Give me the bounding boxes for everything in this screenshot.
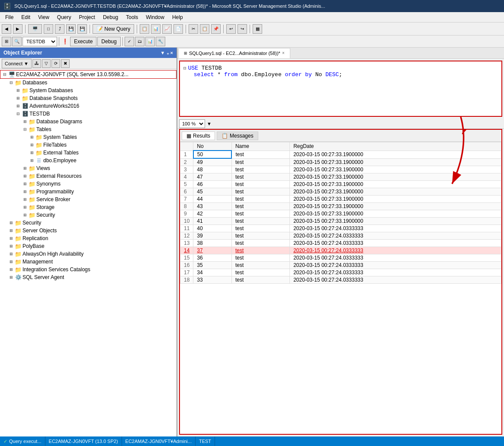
copy-button[interactable]: 📋	[200, 24, 209, 34]
oe-disconnect-btn[interactable]: ✖	[61, 59, 70, 68]
tree-item-synonyms[interactable]: ⊞📁Synonyms	[0, 180, 177, 188]
tab-close-icon[interactable]: ×	[282, 51, 285, 55]
tree-item-external-resources[interactable]: ⊞📁External Resources	[0, 172, 177, 180]
tree-item-storage[interactable]: ⊞📁Storage	[0, 203, 177, 211]
tree-item-service-broker[interactable]: ⊞📁Service Broker	[0, 196, 177, 203]
toolbar-extra1[interactable]: ▦	[253, 24, 262, 34]
messages-tab[interactable]: 📋 Messages	[217, 132, 258, 140]
menu-debug[interactable]: Debug	[100, 13, 122, 21]
expand-btn-synonyms[interactable]: ⊞	[22, 180, 29, 187]
tree-item-adventureworks[interactable]: ⊞🗄️AdventureWorks2016	[0, 102, 177, 110]
toolbar-btn7[interactable]: 📄	[173, 24, 183, 34]
expand-btn-views[interactable]: ⊞	[22, 165, 29, 172]
toolbar-btn3[interactable]: ⤴	[55, 24, 64, 34]
expand-btn-external-resources[interactable]: ⊞	[22, 173, 29, 180]
tree-item-security-db[interactable]: ⊞📁Security	[0, 211, 177, 219]
toolbar-btn1[interactable]: 🖥️	[28, 24, 42, 34]
back-button[interactable]: ◀	[2, 24, 11, 34]
tree-item-external-tables[interactable]: ⊞📁External Tables	[0, 149, 177, 157]
tree-item-server[interactable]: ⊟🖥️EC2AMAZ-JGN0VFT (SQL Server 13.0.5598…	[0, 70, 177, 79]
toolbar2-extra4[interactable]: 🔧	[156, 37, 165, 46]
expand-btn-databases[interactable]: ⊟	[8, 79, 15, 86]
tree-item-system-tables[interactable]: ⊞📁System Tables	[0, 133, 177, 141]
toolbar2-btn2[interactable]: 🔍	[12, 37, 22, 46]
expand-btn-polybase[interactable]: ⊞	[8, 243, 15, 250]
expand-btn-tables[interactable]: ⊟	[22, 126, 29, 133]
expand-btn-integration-services[interactable]: ⊞	[8, 266, 15, 273]
save-all-button[interactable]: 💾	[66, 24, 76, 34]
expand-btn-testdb[interactable]: ⊟	[15, 110, 22, 117]
oe-refresh-btn[interactable]: 🖧	[32, 59, 41, 68]
tree-item-testdb[interactable]: ⊟🗄️TESTDB	[0, 110, 177, 118]
toolbar2-btn1[interactable]: ⊞	[2, 37, 11, 46]
expand-btn-external-tables[interactable]: ⊞	[29, 149, 35, 156]
tree-item-databases[interactable]: ⊟📁Databases	[0, 79, 177, 87]
menu-view[interactable]: View	[35, 13, 53, 21]
new-query-button[interactable]: 📝 New Query	[93, 24, 134, 34]
redo-button[interactable]: ↪	[238, 24, 247, 34]
expand-btn-db-diagrams[interactable]: ⊞	[22, 118, 29, 125]
toolbar2-extra2[interactable]: 🗂	[135, 37, 144, 46]
tree-item-server-objects[interactable]: ⊞📁Server Objects	[0, 227, 177, 234]
menu-edit[interactable]: Edit	[18, 13, 34, 21]
expand-btn-service-broker[interactable]: ⊞	[22, 196, 29, 203]
expand-btn-security[interactable]: ⊞	[8, 219, 15, 226]
expand-btn-management[interactable]: ⊞	[8, 258, 15, 265]
expand-btn-replication[interactable]: ⊞	[8, 235, 15, 242]
tree-item-tables[interactable]: ⊟📁Tables	[0, 125, 177, 133]
cut-button[interactable]: ✂	[189, 24, 198, 34]
forward-button[interactable]: ▶	[13, 24, 22, 34]
expand-btn-alwayson[interactable]: ⊞	[8, 250, 15, 257]
menu-project[interactable]: Project	[76, 13, 99, 21]
expand-btn-sql-server-agent[interactable]: ⊞	[8, 274, 15, 281]
database-selector[interactable]: TESTDB	[22, 37, 57, 46]
tree-item-db-diagrams[interactable]: ⊞📁Database Diagrams	[0, 118, 177, 125]
toolbar2-extra3[interactable]: 📊	[145, 37, 155, 46]
toolbar-btn5[interactable]: 📊	[151, 24, 161, 34]
tree-item-integration-services[interactable]: ⊞📁Integration Services Catalogs	[0, 266, 177, 273]
collapse-btn[interactable]: ⊟	[183, 66, 186, 71]
save-button[interactable]: 💾	[77, 24, 87, 34]
toolbar-btn2[interactable]: □	[44, 24, 53, 34]
paste-button[interactable]: 📌	[211, 24, 221, 34]
expand-btn-filetables[interactable]: ⊞	[29, 141, 35, 148]
expand-btn-adventureworks[interactable]: ⊞	[15, 103, 22, 109]
expand-btn-db-snapshots[interactable]: ⊞	[15, 95, 22, 102]
expand-btn-server-objects[interactable]: ⊞	[8, 227, 15, 234]
connect-button[interactable]: Connect ▼	[2, 59, 32, 68]
menu-file[interactable]: File	[2, 13, 17, 21]
tree-item-programmability[interactable]: ⊞📁Programmability	[0, 188, 177, 196]
menu-help[interactable]: Help	[169, 13, 186, 21]
tree-item-replication[interactable]: ⊞📁Replication	[0, 234, 177, 242]
tree-item-polybase[interactable]: ⊞📁PolyBase	[0, 242, 177, 250]
tree-item-management[interactable]: ⊞📁Management	[0, 258, 177, 266]
tree-item-alwayson[interactable]: ⊞📁AlwaysOn High Availability	[0, 250, 177, 258]
toolbar-btn4[interactable]: 📋	[140, 24, 149, 34]
expand-btn-system-db[interactable]: ⊞	[15, 87, 22, 94]
tree-item-db-snapshots[interactable]: ⊞📁Database Snapshots	[0, 94, 177, 102]
oe-stop-btn[interactable]: ⟳	[51, 59, 60, 68]
menu-window[interactable]: Window	[142, 13, 168, 21]
tree-item-system-db[interactable]: ⊞📁System Databases	[0, 87, 177, 94]
undo-button[interactable]: ↩	[226, 24, 236, 34]
expand-btn-dbo-employee[interactable]: ⊞	[29, 157, 35, 164]
expand-btn-system-tables[interactable]: ⊞	[29, 134, 35, 141]
tree-item-security[interactable]: ⊞📁Security	[0, 219, 177, 227]
menu-query[interactable]: Query	[54, 13, 75, 21]
expand-btn-storage[interactable]: ⊞	[22, 204, 29, 211]
expand-btn-programmability[interactable]: ⊞	[22, 188, 29, 195]
tree-item-sql-server-agent[interactable]: ⊞⚙️SQL Server Agent	[0, 273, 177, 281]
toolbar2-extra1[interactable]: ✓	[125, 37, 134, 46]
toolbar-btn6[interactable]: 📈	[162, 24, 172, 34]
sql-editor[interactable]: ⊟USE TESTDB select * from dbo.Employee o…	[179, 61, 502, 117]
zoom-selector[interactable]: 100 % 75 % 150 %	[179, 119, 205, 128]
execute-button[interactable]: Execute	[70, 37, 96, 46]
expand-btn-server[interactable]: ⊟	[1, 71, 8, 78]
menu-tools[interactable]: Tools	[122, 13, 141, 21]
debug-button[interactable]: Debug	[97, 37, 120, 46]
results-tab[interactable]: ▦ Results	[182, 132, 215, 140]
expand-btn-security-db[interactable]: ⊞	[22, 212, 29, 218]
tree-item-views[interactable]: ⊞📁Views	[0, 164, 177, 172]
oe-filter-btn[interactable]: ▽	[42, 59, 51, 68]
tree-item-dbo-employee[interactable]: ⊞☰dbo.Employee	[0, 157, 177, 164]
